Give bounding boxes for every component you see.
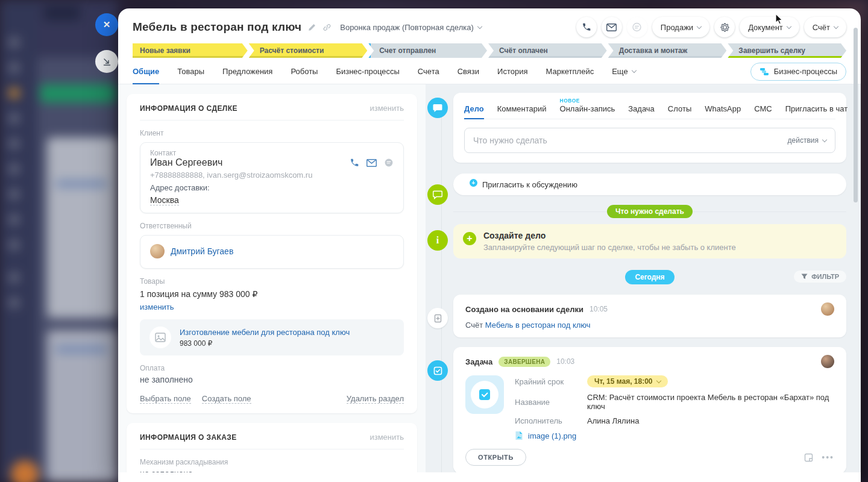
tab-sms[interactable]: СМС [754, 104, 772, 119]
business-processes-label: Бизнес-процессы [774, 67, 837, 76]
email-button[interactable] [602, 17, 622, 37]
chevron-down-icon [697, 23, 702, 28]
attachment-name[interactable]: image (1).png [528, 431, 576, 440]
document-dropdown[interactable]: Документ [740, 17, 799, 37]
pin-note-icon[interactable] [804, 453, 813, 462]
business-processes-button[interactable]: Бизнес-процессы [750, 63, 846, 81]
invite-discussion-label: Пригласить к обсуждению [482, 180, 577, 189]
tab-comment[interactable]: Комментарий [497, 104, 547, 119]
mouse-cursor [775, 13, 785, 25]
invite-discussion-row[interactable]: + Пригласить к обсуждению [453, 174, 846, 195]
deal-title: Мебель в ресторан под ключ [133, 20, 301, 34]
stage-invoice-paid[interactable]: Счёт оплачен [488, 43, 607, 58]
delete-section-link[interactable]: Удалить раздел [347, 394, 404, 404]
contact-chat-icon[interactable] [384, 158, 394, 167]
products-edit-link[interactable]: изменить [140, 302, 174, 311]
tab-relations[interactable]: Связи [458, 59, 479, 84]
task-completed-badge: ЗАВЕРШЕНА [498, 357, 550, 367]
actions-dropdown[interactable]: действия [788, 136, 826, 145]
stage-label: Доставка и монтаж [619, 46, 688, 55]
deal-slider-window: Мебель в ресторан под ключ Воронка прода… [118, 8, 861, 482]
close-button[interactable]: ✕ [95, 13, 118, 36]
create-field-link[interactable]: Создать поле [202, 394, 251, 404]
edit-title-icon[interactable] [307, 23, 316, 32]
tab-invite-to-chat[interactable]: Пригласить в чат [785, 104, 848, 119]
stage-invoice-sent[interactable]: Счет отправлен [368, 43, 487, 58]
contact-card[interactable]: Контакт Иван Сергеевич +78888888888, iva… [140, 142, 404, 213]
contact-mail-icon[interactable] [366, 159, 377, 167]
tab-invoices[interactable]: Счета [418, 59, 439, 84]
task-check-icon [427, 360, 448, 381]
minimize-button[interactable] [95, 50, 118, 73]
stage-new-requests[interactable]: Новые заявки [133, 43, 248, 58]
messenger-icon [632, 22, 642, 32]
tab-products[interactable]: Товары [177, 59, 204, 84]
stage-label: Счет отправлен [379, 46, 436, 55]
activity-tabs: Дело Комментарий НОВОЕОнлайн-запись Зада… [464, 99, 835, 119]
chevron-down-icon [822, 137, 827, 142]
more-actions-icon[interactable]: ••• [822, 452, 834, 462]
contact-name[interactable]: Иван Сергеевич [150, 157, 222, 168]
add-activity-button[interactable]: + [463, 232, 476, 245]
tab-history[interactable]: История [497, 59, 527, 84]
responsible-card: Дмитрий Бугаев [140, 235, 404, 269]
call-button[interactable] [576, 17, 597, 37]
hint-subtitle: Запланируйте следующий шаг по сделке, чт… [483, 243, 736, 252]
funnel-selector[interactable]: Воронка продаж (Повторная сделка) [340, 23, 482, 32]
tab-marketplace[interactable]: Маркетплейс [546, 59, 594, 84]
todo-input[interactable] [473, 136, 788, 145]
stage-delivery[interactable]: Доставка и монтаж [608, 43, 727, 58]
tab-general[interactable]: Общие [133, 59, 159, 84]
funnel-label: Воронка продаж (Повторная сделка) [340, 23, 474, 32]
attachment-row[interactable]: image (1).png [515, 431, 834, 440]
chat-button[interactable] [627, 17, 647, 37]
tab-activity[interactable]: Дело [464, 104, 484, 119]
tab-business-processes[interactable]: Бизнес-процессы [336, 59, 399, 84]
product-row[interactable]: Изготовление мебели для ресторана под кл… [140, 319, 404, 355]
product-name[interactable]: Изготовление мебели для ресторана под кл… [180, 328, 350, 337]
today-pill-button[interactable]: Сегодня [625, 270, 674, 284]
pipeline-stage-bar: Новые заявки Расчёт стоимости Счет отпра… [133, 43, 846, 58]
settings-button[interactable] [714, 17, 735, 37]
deadline-value: Чт, 15 мая, 18:00 [594, 377, 653, 386]
filter-button[interactable]: ФИЛЬТР [794, 271, 846, 283]
delivery-address-value[interactable]: Москва [150, 195, 179, 205]
deal-info-title: ИНФОРМАЦИЯ О СДЕЛКЕ [140, 104, 237, 113]
tab-more[interactable]: Еще [612, 59, 635, 84]
copy-link-icon[interactable] [322, 23, 332, 32]
stage-cost-calculation[interactable]: Расчёт стоимости [249, 43, 368, 58]
deadline-pill[interactable]: Чт, 15 мая, 18:00 [587, 375, 668, 387]
contact-phone-icon[interactable] [350, 158, 359, 167]
contact-details: +78888888888, ivan.serg@stroizaomskcom.r… [150, 171, 394, 180]
tab-whatsapp[interactable]: WhatsApp [705, 104, 741, 119]
choose-field-link[interactable]: Выбрать поле [140, 394, 191, 404]
tab-robots[interactable]: Роботы [291, 59, 318, 84]
entry-title: Создано на основании сделки [465, 305, 583, 314]
tab-quotes[interactable]: Предложения [222, 59, 272, 84]
todo-pill-button[interactable]: Что нужно сделать [607, 205, 693, 218]
responsible-name[interactable]: Дмитрий Бугаев [171, 246, 233, 256]
modal-scrollbar[interactable] [854, 28, 858, 202]
assignee-link[interactable]: Алина Лялина [587, 416, 639, 425]
tab-slots[interactable]: Слоты [668, 104, 691, 119]
assignee-label: Исполнитель [515, 416, 587, 425]
sales-dropdown[interactable]: Продажи [652, 17, 709, 37]
chat-bubble-icon [427, 98, 448, 118]
invoice-link[interactable]: Мебель в ресторан под ключ [485, 321, 591, 330]
order-info-card: ИНФОРМАЦИЯ О ЗАКАЗЕ изменить Механизм ра… [127, 423, 417, 472]
file-icon [515, 431, 523, 440]
field-label: Механизм раскладывания [140, 458, 404, 466]
create-activity-hint: i + Создайте дело Запланируйте следующий… [453, 224, 846, 258]
tab-online-booking[interactable]: НОВОЕОнлайн-запись [560, 104, 615, 119]
open-task-button[interactable]: ОТКРЫТЬ [465, 449, 526, 466]
stage-close-deal[interactable]: Завершить сделку [728, 43, 846, 58]
order-info-edit-link[interactable]: изменить [370, 433, 404, 442]
entry-time: 10:03 [556, 357, 574, 366]
invoice-dropdown[interactable]: Счёт [804, 17, 846, 37]
deal-header: Мебель в ресторан под ключ Воронка прода… [118, 8, 861, 84]
chevron-down-icon [477, 23, 482, 28]
phone-icon [582, 22, 591, 32]
task-name-link[interactable]: CRM: Расчёт стоимости проекта Мебель в р… [587, 393, 834, 411]
tab-task[interactable]: Задача [628, 104, 655, 119]
deal-info-edit-link[interactable]: изменить [370, 104, 404, 113]
